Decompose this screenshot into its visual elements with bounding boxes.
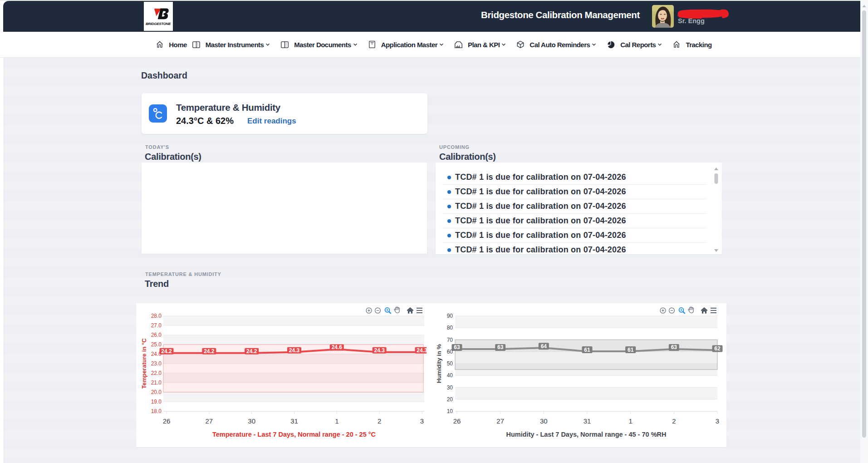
svg-text:3: 3	[716, 417, 719, 425]
svg-text:23.0: 23.0	[151, 360, 162, 367]
svg-text:63: 63	[454, 344, 460, 350]
svg-text:24.2: 24.2	[204, 348, 215, 355]
svg-text:27: 27	[205, 417, 213, 425]
svg-text:24.3: 24.3	[289, 347, 300, 354]
svg-text:24.3: 24.3	[374, 347, 385, 354]
svg-text:26.0: 26.0	[151, 332, 162, 338]
svg-text:40: 40	[447, 372, 453, 379]
svg-text:26: 26	[163, 417, 171, 425]
svg-text:25.0: 25.0	[151, 341, 162, 348]
svg-text:30: 30	[248, 417, 255, 425]
svg-text:62: 62	[714, 345, 721, 352]
svg-text:50: 50	[447, 360, 453, 367]
svg-text:80: 80	[447, 325, 453, 331]
svg-text:31: 31	[290, 417, 298, 425]
svg-text:24.2: 24.2	[246, 348, 257, 355]
svg-text:20: 20	[447, 396, 453, 403]
svg-text:1: 1	[628, 417, 632, 425]
svg-text:21.0: 21.0	[151, 379, 162, 386]
svg-text:Humidity in %: Humidity in %	[436, 344, 442, 383]
svg-text:64: 64	[541, 343, 547, 350]
svg-text:19.0: 19.0	[151, 399, 162, 405]
svg-text:61: 61	[584, 347, 590, 353]
svg-text:18.0: 18.0	[151, 408, 162, 414]
svg-text:61: 61	[628, 347, 634, 353]
svg-text:Temperature in °C: Temperature in °C	[141, 338, 147, 389]
svg-text:30: 30	[447, 384, 453, 391]
svg-text:22.0: 22.0	[151, 370, 162, 376]
svg-text:24.3: 24.3	[417, 347, 427, 354]
svg-text:1: 1	[335, 417, 338, 425]
svg-text:63: 63	[671, 344, 677, 350]
svg-text:31: 31	[584, 417, 591, 425]
svg-text:90: 90	[447, 313, 453, 319]
svg-text:28.0: 28.0	[151, 313, 162, 319]
svg-text:26: 26	[453, 417, 461, 425]
svg-text:Temperature - Last 7 Days, Nor: Temperature - Last 7 Days, Normal range …	[212, 431, 376, 438]
svg-text:3: 3	[420, 417, 424, 425]
svg-text:60: 60	[447, 349, 453, 355]
svg-text:Humidity - Last 7 Days, Normal: Humidity - Last 7 Days, Normal range - 4…	[506, 431, 667, 438]
svg-text:24.2: 24.2	[161, 348, 172, 355]
svg-text:70: 70	[447, 337, 453, 343]
svg-text:30: 30	[540, 417, 548, 425]
svg-text:20.0: 20.0	[151, 389, 162, 395]
svg-text:24.0: 24.0	[151, 351, 162, 357]
svg-text:27.0: 27.0	[151, 322, 162, 329]
svg-text:2: 2	[378, 417, 381, 425]
svg-text:24.6: 24.6	[332, 344, 343, 350]
svg-text:63: 63	[497, 344, 504, 350]
svg-text:10: 10	[447, 408, 453, 414]
svg-text:2: 2	[672, 417, 676, 425]
svg-text:BRIDGESTONE: BRIDGESTONE	[146, 22, 171, 26]
svg-text:27: 27	[496, 417, 504, 425]
